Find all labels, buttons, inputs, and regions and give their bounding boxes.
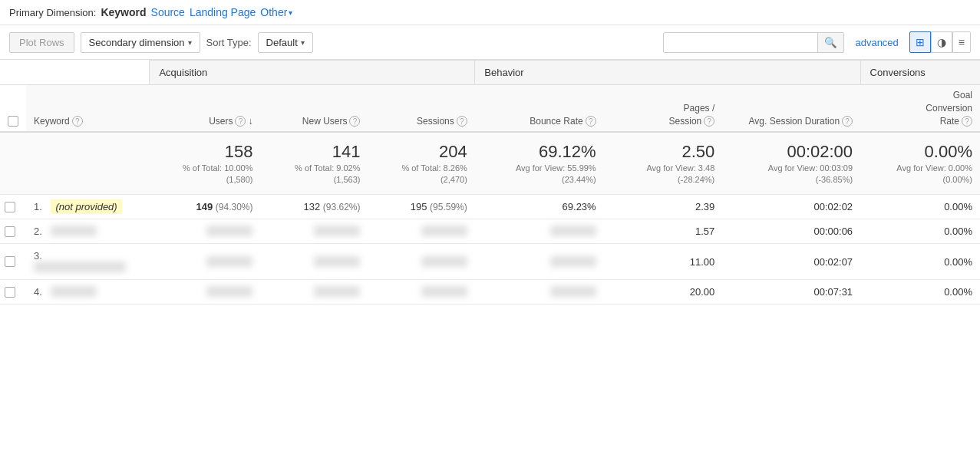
- advanced-link[interactable]: advanced: [855, 37, 898, 48]
- pie-view-button[interactable]: ◑: [931, 31, 952, 53]
- row2-check[interactable]: [0, 219, 26, 244]
- totals-avg-session: 00:02:00 Avg for View: 00:03:09 (-36.85%…: [722, 132, 860, 195]
- row2-avg-session: 00:00:06: [722, 219, 860, 244]
- secondary-dimension-label: Secondary dimension: [89, 37, 185, 48]
- col-checkbox: [0, 85, 26, 133]
- row4-checkbox[interactable]: [5, 287, 15, 298]
- row2-pages-session-val: 1.57: [695, 226, 714, 237]
- primary-dim-keyword[interactable]: Keyword: [101, 6, 146, 18]
- totals-goal-conversion-sub: Avg for View: 0.00% (0.00%): [896, 163, 972, 184]
- avg-session-info-icon[interactable]: ?: [842, 116, 853, 127]
- primary-dim-other-button[interactable]: Other ▾: [260, 6, 292, 18]
- row4-pages-session-val: 20.00: [690, 286, 715, 298]
- row2-new-users: [260, 219, 368, 244]
- keyword-info-icon[interactable]: ?: [72, 116, 83, 127]
- secondary-dimension-dropdown[interactable]: Secondary dimension ▾: [81, 32, 200, 53]
- grid-view-button[interactable]: ⊞: [909, 31, 931, 53]
- pages-session-col-label2: Session: [669, 116, 702, 127]
- totals-bounce-rate: 69.12% Avg for View: 55.99% (23.44%): [475, 132, 604, 195]
- new-users-col-label: New Users: [302, 116, 348, 127]
- sort-type-dropdown[interactable]: Default ▾: [258, 32, 313, 53]
- row1-sessions-pct: (95.59%): [430, 202, 467, 212]
- row2-keyword: 2.: [26, 219, 150, 244]
- bounce-rate-col-label: Bounce Rate: [530, 116, 582, 127]
- sort-type-label: Sort Type:: [206, 37, 252, 48]
- row4-new-users-blurred: [314, 286, 360, 297]
- row3-pages-session-val: 11.00: [690, 256, 715, 268]
- other-dropdown-arrow: ▾: [289, 8, 292, 17]
- col-pages-session: Pages / Session ?: [604, 85, 723, 133]
- totals-users: 158 % of Total: 10.00% (1,580): [150, 132, 261, 195]
- row4-goal-conversion-val: 0.00%: [944, 286, 972, 298]
- table-row: 1. (not provided) 149 (94.30%) 132 (93.6…: [0, 195, 980, 219]
- search-input[interactable]: [664, 33, 817, 52]
- row1-pages-session: 2.39: [604, 195, 723, 219]
- row1-keyword-value[interactable]: (not provided): [51, 199, 121, 214]
- row2-sessions: [368, 219, 474, 244]
- row4-bounce-rate-blurred: [550, 286, 596, 297]
- row3-keyword: 3.: [26, 244, 150, 280]
- row4-bounce-rate: [475, 280, 604, 305]
- secondary-dim-arrow: ▾: [188, 38, 192, 47]
- row4-keyword: 4.: [26, 280, 150, 305]
- row3-keyword-value: [34, 262, 126, 272]
- pages-session-info-icon[interactable]: ?: [704, 116, 714, 127]
- row1-new-users-val: 132: [303, 201, 320, 212]
- sort-arrow: ▾: [301, 38, 305, 47]
- group-empty: [0, 61, 150, 85]
- totals-row: 158 % of Total: 10.00% (1,580) 141 % of …: [0, 132, 980, 195]
- row2-new-users-blurred: [314, 226, 360, 236]
- row2-bounce-rate: [475, 219, 604, 244]
- totals-pages-session-sub: Avg for View: 3.48 (-28.24%): [646, 163, 714, 184]
- row3-checkbox[interactable]: [5, 256, 15, 267]
- row1-sessions-val: 195: [411, 201, 427, 212]
- sessions-info-icon[interactable]: ?: [457, 116, 467, 127]
- row4-check[interactable]: [0, 280, 26, 305]
- goal-conversion-label3: Rate: [940, 116, 959, 127]
- row1-keyword: 1. (not provided): [26, 195, 150, 219]
- bounce-rate-info-icon[interactable]: ?: [586, 116, 596, 127]
- row4-new-users: [260, 280, 368, 305]
- row2-checkbox[interactable]: [5, 226, 15, 237]
- primary-dim-source[interactable]: Source: [151, 6, 185, 18]
- new-users-info-icon[interactable]: ?: [349, 116, 360, 127]
- row2-goal-conversion-val: 0.00%: [944, 226, 972, 237]
- search-button[interactable]: 🔍: [817, 33, 843, 52]
- group-conversions: Conversions: [860, 61, 980, 85]
- row4-pages-session: 20.00: [604, 280, 723, 305]
- totals-bounce-rate-sub: Avg for View: 55.99% (23.44%): [516, 163, 596, 184]
- sort-default-label: Default: [266, 37, 298, 48]
- toolbar: Plot Rows Secondary dimension ▾ Sort Typ…: [0, 25, 980, 60]
- col-sessions: Sessions ?: [368, 85, 474, 133]
- row3-bounce-rate: [475, 244, 604, 280]
- row1-users: 149 (94.30%): [150, 195, 261, 219]
- totals-users-sub: % of Total: 10.00% (1,580): [183, 163, 253, 184]
- row3-goal-conversion-val: 0.00%: [944, 256, 972, 268]
- list-view-button[interactable]: ≡: [952, 31, 971, 53]
- users-info-icon[interactable]: ?: [235, 116, 246, 127]
- row2-users: [150, 219, 261, 244]
- row3-check[interactable]: [0, 244, 26, 280]
- row1-sessions: 195 (95.59%): [368, 195, 474, 219]
- totals-new-users-sub: % of Total: 9.02% (1,563): [295, 163, 360, 184]
- totals-goal-conversion: 0.00% Avg for View: 0.00% (0.00%): [860, 132, 980, 195]
- row1-checkbox[interactable]: [5, 202, 15, 212]
- row1-goal-conversion: 0.00%: [860, 195, 980, 219]
- row1-check[interactable]: [0, 195, 26, 219]
- col-new-users: New Users ?: [260, 85, 368, 133]
- col-goal-conversion: Goal Conversion Rate ?: [860, 85, 980, 133]
- select-all-checkbox[interactable]: [8, 116, 18, 127]
- row2-pages-session: 1.57: [604, 219, 723, 244]
- users-sort-icon[interactable]: ↓: [248, 116, 252, 127]
- totals-check: [0, 132, 26, 195]
- goal-conversion-info-icon[interactable]: ?: [962, 116, 972, 127]
- totals-sessions-sub: % of Total: 8.26% (2,470): [401, 163, 467, 184]
- totals-avg-session-main: 00:02:00: [730, 142, 853, 162]
- col-users: Users ? ↓: [150, 85, 261, 133]
- row3-sessions: [368, 244, 474, 280]
- row3-pages-session: 11.00: [604, 244, 723, 280]
- group-acquisition: Acquisition: [150, 61, 475, 85]
- goal-conversion-label2: Conversion: [926, 103, 972, 114]
- primary-dim-landing-page[interactable]: Landing Page: [190, 6, 256, 18]
- pages-session-col-label: Pages /: [684, 103, 715, 114]
